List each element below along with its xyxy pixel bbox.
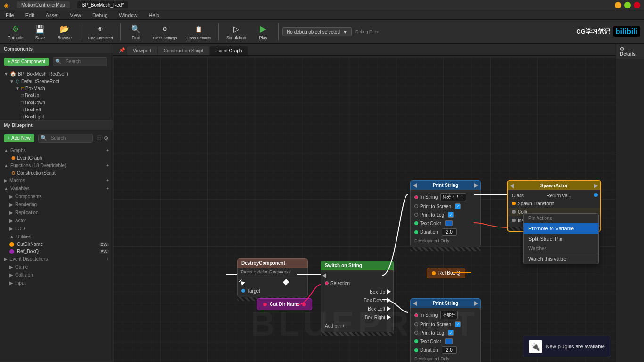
ps-top-exec-in-pin[interactable] xyxy=(413,183,417,188)
game-subsection[interactable]: ▶ Game xyxy=(0,263,113,271)
class-defaults-button[interactable]: 📋 Class Defaults xyxy=(183,22,215,42)
ps-top-instring-pin[interactable] xyxy=(414,195,418,199)
menu-debug[interactable]: Debug xyxy=(91,11,109,19)
macros-add-btn[interactable]: + xyxy=(106,178,109,183)
event-graph-item[interactable]: ⬣ EventGraph xyxy=(0,154,113,161)
switch-exec-in-pin[interactable] xyxy=(322,273,326,278)
variables-section[interactable]: ▲ Variables + xyxy=(0,185,113,193)
tab-event-graph[interactable]: Event Graph xyxy=(210,46,248,55)
tab-viewport[interactable]: Viewport xyxy=(127,46,157,55)
tree-node-boxright[interactable]: □ BoxRight xyxy=(0,113,113,120)
spawn-exec-in-pin[interactable] xyxy=(510,184,514,188)
switch-boxleft-pin[interactable] xyxy=(387,306,391,311)
switch-boxdown-pin[interactable] xyxy=(387,298,391,303)
tab-construction-script[interactable]: Construction Script xyxy=(158,46,209,55)
menu-edit[interactable]: Edit xyxy=(24,11,36,19)
ps-bot-color-swatch[interactable] xyxy=(445,338,453,344)
cut-dir-in-pin[interactable] xyxy=(302,303,306,306)
ps-top-color-swatch[interactable] xyxy=(445,220,453,226)
spawn-return-pin[interactable] xyxy=(594,193,598,197)
add-new-button[interactable]: + Add New xyxy=(4,134,34,142)
ps-bot-exec-in-pin[interactable] xyxy=(413,301,417,306)
macros-section[interactable]: ▶ Macros + xyxy=(0,177,113,185)
tree-node-boxdown[interactable]: □ BoxDown xyxy=(0,99,113,106)
graphs-add-btn[interactable]: + xyxy=(106,148,109,153)
minimize-button[interactable] xyxy=(615,2,621,8)
browse-button[interactable]: 📂 Browse xyxy=(53,21,76,42)
rendering-subsection[interactable]: ▶ Rendering xyxy=(0,201,113,209)
destroy-component-node[interactable]: DestroyComponent Target is Actor Compone… xyxy=(237,258,308,301)
components-subsection[interactable]: ▶ Components xyxy=(0,193,113,201)
cut-dir-name-node[interactable]: Cut Dir Name xyxy=(257,298,312,310)
destroy-target-pin[interactable] xyxy=(241,289,245,293)
event-dispatchers-section[interactable]: ▶ Event Dispatchers + xyxy=(0,255,113,263)
close-button[interactable] xyxy=(634,2,640,8)
canvas-area[interactable]: DestroyComponent Target is Actor Compone… xyxy=(113,58,616,362)
var-refboxq[interactable]: Ref_BoxQ EW xyxy=(0,248,113,255)
component-search-input[interactable] xyxy=(64,58,107,65)
switch-boxright-pin[interactable] xyxy=(387,315,391,320)
switch-selection-pin[interactable] xyxy=(325,281,329,285)
tree-node-boxup[interactable]: □ BoxUp xyxy=(0,92,113,99)
save-button[interactable]: 💾 Save xyxy=(29,21,51,42)
tree-node-boxmash[interactable]: ▼ □ BoxMash xyxy=(0,85,113,92)
ref-box-out-pin[interactable] xyxy=(432,271,436,275)
ps-top-textcolor-pin[interactable] xyxy=(414,221,418,225)
ps-bot-textcolor-pin[interactable] xyxy=(414,339,418,343)
ps-bot-instring-pin[interactable] xyxy=(414,313,418,317)
bp-filter-icon[interactable]: ⚙ xyxy=(104,135,109,142)
class-settings-button[interactable]: ⚙ Class Settings xyxy=(149,22,181,42)
ps-bot-duration-value[interactable]: 2.0 xyxy=(442,346,457,354)
menu-help[interactable]: Help xyxy=(147,11,161,19)
ps-top-exec-out-pin[interactable] xyxy=(474,183,478,188)
ps-bot-instring-value[interactable]: 不够分 xyxy=(440,311,458,319)
tab-pin-icon[interactable]: 📌 xyxy=(117,45,127,55)
find-button[interactable]: 🔍 Find xyxy=(124,21,147,42)
bp-search-input[interactable] xyxy=(49,135,92,142)
variables-add-btn[interactable]: + xyxy=(106,186,109,191)
menu-file[interactable]: File xyxy=(4,11,16,19)
ps-bot-exec-out-pin[interactable] xyxy=(474,301,478,306)
input-subsection[interactable]: ▶ Input xyxy=(0,279,113,287)
tab-motion-controller[interactable]: MotionControllerMap xyxy=(17,1,70,8)
tree-node-boxleft[interactable]: □ BoxLeft xyxy=(0,106,113,113)
functions-add-btn[interactable]: + xyxy=(106,163,109,168)
context-menu-promote[interactable]: Promote to Variable xyxy=(524,223,598,234)
functions-section[interactable]: ▲ Functions (18 Overridable) + xyxy=(0,161,113,169)
ref-box-node[interactable]: Ref Box Q xyxy=(427,268,465,278)
construction-script-item[interactable]: ⚙ ConstructionScript xyxy=(0,169,113,177)
component-search[interactable]: 🔍 xyxy=(53,57,107,66)
bp-view-options[interactable]: ☰ xyxy=(97,135,102,142)
switch-boxup-pin[interactable] xyxy=(387,289,391,294)
destroy-exec-out-pin[interactable] xyxy=(283,279,289,285)
ps-top-instring-value[interactable]: 得分：！！ xyxy=(440,193,466,201)
spawn-collision-pin[interactable] xyxy=(512,210,516,214)
dispatchers-add-btn[interactable]: + xyxy=(106,256,109,261)
compile-button[interactable]: ⚙ Compile xyxy=(4,21,27,42)
play-button[interactable]: ▶ Play xyxy=(252,21,274,42)
ps-bot-printscreen-check[interactable]: ✓ xyxy=(455,321,461,327)
replication-subsection[interactable]: ▶ Replication xyxy=(0,209,113,217)
var-cutdirname[interactable]: CutDirName EW xyxy=(0,241,113,248)
tab-bp-boxmesh[interactable]: BP_BoxMesh_Red* xyxy=(77,1,128,8)
spawn-instigator-pin[interactable] xyxy=(512,219,516,222)
hide-unrelated-button[interactable]: 👁 Hide Unrelated xyxy=(84,22,116,42)
menu-view[interactable]: View xyxy=(68,11,83,19)
ps-top-duration-value[interactable]: 2.0 xyxy=(442,228,457,236)
menu-window[interactable]: Window xyxy=(117,11,139,19)
ps-top-printlog-check[interactable]: ✓ xyxy=(448,212,454,218)
spawn-exec-out-pin[interactable] xyxy=(594,184,598,188)
ps-bot-printlog-check[interactable]: ✓ xyxy=(448,330,454,336)
ps-top-printscreen-check[interactable]: ✓ xyxy=(455,203,461,209)
actor-subsection[interactable]: ▶ Actor xyxy=(0,217,113,225)
collision-subsection[interactable]: ▶ Collision xyxy=(0,271,113,279)
destroy-exec-in-pin[interactable] xyxy=(239,279,245,286)
bp-search[interactable]: 🔍 xyxy=(38,134,93,143)
maximize-button[interactable] xyxy=(624,2,631,8)
utilities-subsection[interactable]: ▲ Utilities xyxy=(0,233,113,241)
simulation-button[interactable]: ▷ Simulation xyxy=(223,21,250,42)
graphs-section[interactable]: ▲ Graphs + xyxy=(0,146,113,154)
lod-subsection[interactable]: ▶ LOD xyxy=(0,225,113,233)
switch-addpin-row[interactable]: Add pin + xyxy=(321,321,393,330)
switch-on-string-node[interactable]: Switch on String Selection Box Up xyxy=(321,261,394,336)
